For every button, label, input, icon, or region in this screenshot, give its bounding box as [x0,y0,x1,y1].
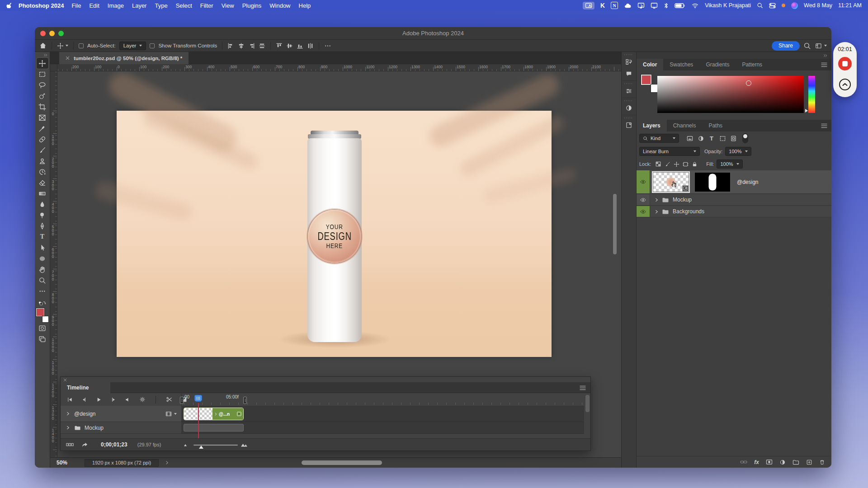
properties-panel-button[interactable] [623,86,635,96]
tab-gradients[interactable]: Gradients [699,59,736,70]
canvas-horizontal-scrollbar[interactable] [302,460,382,465]
ellipse-shape-tool[interactable] [37,253,48,264]
visibility-toggle[interactable] [637,194,650,205]
home-icon[interactable] [39,42,47,49]
screen-mode[interactable] [37,333,48,344]
swap-colors[interactable] [37,300,48,307]
drag-grip[interactable] [624,100,633,101]
clip-expand-icon[interactable] [237,412,241,416]
menubar-username[interactable]: Vikash K Prajapati [705,2,751,9]
align-right-edges-icon[interactable] [248,42,255,49]
crop-tool[interactable] [37,101,48,112]
menu-filter[interactable]: Filter [196,2,217,9]
zoom-slider-thumb[interactable] [199,446,203,449]
track-lane-mockup[interactable] [181,422,584,434]
healing-brush-tool[interactable] [37,134,48,145]
control-center-icon[interactable] [769,3,776,9]
visibility-toggle[interactable] [637,170,650,193]
close-window-button[interactable] [40,31,46,36]
status-chevron-icon[interactable] [165,460,169,465]
panel-menu-icon[interactable] [580,385,586,390]
zoom-level[interactable]: 50% [57,460,67,466]
menu-help[interactable]: Help [295,2,315,9]
split-clip-icon[interactable] [166,396,172,403]
filter-shape-layers-button[interactable] [718,134,727,143]
tab-color[interactable]: Color [637,59,663,70]
move-tool-preset[interactable] [57,42,68,49]
timeline-ruler[interactable]: 00 05:00f [181,393,584,406]
foreground-color-swatch[interactable] [36,308,44,316]
work-area-start[interactable] [180,397,184,404]
color-saturation-field[interactable] [657,76,804,113]
battery-charging-icon[interactable] [675,3,685,9]
quick-mask-mode[interactable] [37,323,48,333]
history-panel-button[interactable] [623,57,635,67]
hue-slider-marker[interactable] [805,109,808,113]
zoom-window-button[interactable] [58,31,64,36]
screen-mirroring-icon[interactable] [583,2,594,9]
disclosure-icon[interactable] [655,198,659,202]
distribute-vertical-icon[interactable] [307,42,314,49]
lock-pixels-button[interactable] [663,160,672,169]
share-button[interactable]: Share [772,41,800,51]
menu-select[interactable]: Select [172,2,196,9]
track-header-design[interactable]: @design [61,406,181,422]
add-layer-mask-icon[interactable] [766,459,773,465]
tab-swatches[interactable]: Swatches [663,59,699,70]
work-area-end[interactable] [243,397,247,404]
canvas-vertical-scrollbar[interactable] [613,194,617,254]
comments-panel-button[interactable] [623,69,635,79]
foreground-color-swatch[interactable] [641,75,651,85]
align-horizontal-centers-icon[interactable] [238,42,245,49]
filter-adjustment-layers-button[interactable] [696,134,705,143]
bluetooth-icon[interactable] [664,2,669,9]
show-transform-checkbox[interactable] [150,43,155,48]
filter-pixel-layers-button[interactable] [685,134,694,143]
timeline-scrollbar[interactable] [585,395,590,412]
frame-view-icon[interactable] [66,442,74,447]
hand-tool[interactable] [37,264,48,275]
fill-dropdown[interactable]: 100% [717,160,743,169]
export-arrow-icon[interactable] [81,442,88,448]
hue-slider[interactable] [808,76,815,113]
auto-select-dropdown[interactable]: Layer [119,42,146,50]
history-brush-tool[interactable] [37,166,48,177]
clone-stamp-tool[interactable] [37,155,48,166]
panel-menu-icon[interactable] [821,123,827,128]
more-options-icon[interactable] [324,42,331,49]
menubar-app-name[interactable]: Photoshop 2024 [19,2,64,9]
document-info[interactable]: 1920 px x 1080 px (72 ppi) [85,459,159,467]
lock-position-button[interactable] [672,160,681,169]
dodge-tool[interactable] [37,210,48,221]
menu-window[interactable]: Window [265,2,294,9]
menu-layer[interactable]: Layer [128,2,151,9]
display-arrow-icon[interactable] [637,2,645,9]
notion-icon[interactable]: N [611,2,618,9]
blend-mode-dropdown[interactable]: Linear Burn [639,147,700,156]
panel-menu-icon[interactable] [821,62,827,67]
cloud-icon[interactable] [624,3,632,9]
menubar-date[interactable]: Wed 8 May [804,2,832,9]
menu-image[interactable]: Image [104,2,128,9]
workspace-switcher[interactable] [815,42,827,49]
layer-name[interactable]: Backgrounds [673,208,704,215]
blur-tool[interactable] [37,199,48,210]
lasso-tool[interactable] [37,80,48,90]
drag-grip[interactable] [624,117,633,118]
horizontal-ruler[interactable]: 2001000100200300400500600700800900100011… [57,64,621,71]
delete-layer-icon[interactable] [819,459,825,465]
gradient-tool[interactable] [37,188,48,199]
filter-smart-objects-button[interactable] [729,134,738,143]
document-tab[interactable]: tumbler20oz.psd @ 50% (@design, RGB/8) * [59,52,189,64]
current-timecode[interactable]: 0;00;01;23 [101,441,127,448]
track-header-mockup[interactable]: Mockup [61,422,181,434]
drag-grip[interactable] [624,54,633,55]
visibility-toggle[interactable] [637,206,650,217]
timeline-tab[interactable]: Timeline [61,382,110,393]
tab-paths[interactable]: Paths [702,120,729,131]
close-tab-icon[interactable] [66,56,70,60]
menu-file[interactable]: File [67,2,85,9]
new-layer-icon[interactable] [806,459,812,465]
layer-thumbnail[interactable] [653,172,689,192]
align-left-edges-icon[interactable] [227,42,234,49]
